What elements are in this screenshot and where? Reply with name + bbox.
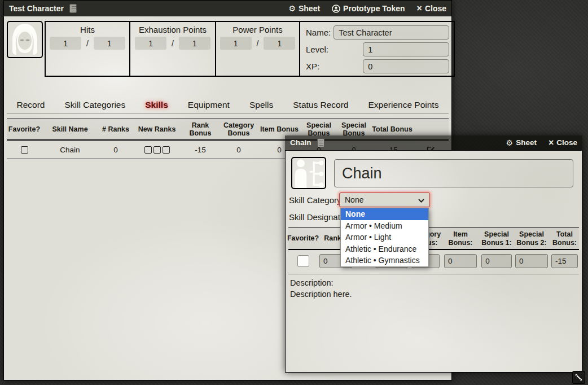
tab-skills[interactable]: Skills — [145, 100, 168, 110]
tab-equipment[interactable]: Equipment — [188, 100, 230, 110]
hits-label: Hits — [46, 25, 129, 34]
character-portrait[interactable] — [7, 21, 43, 58]
document-icon — [317, 138, 324, 147]
exhaustion-current-input[interactable] — [135, 37, 166, 50]
name-label: Name: — [306, 28, 331, 37]
new-rank-checkbox-1[interactable] — [144, 146, 152, 154]
close-icon: × — [548, 138, 554, 147]
resize-arrow-icon — [574, 373, 583, 382]
sheet-config-button[interactable]: ⚙ Sheet — [506, 139, 537, 147]
skill-name-input[interactable] — [334, 159, 573, 187]
hits-current-input[interactable] — [50, 37, 81, 50]
window-title: Test Character — [9, 5, 64, 12]
close-button[interactable]: × Close — [548, 138, 577, 147]
power-current-input[interactable] — [220, 37, 252, 50]
dropdown-option-none[interactable]: None — [341, 208, 428, 220]
description-label: Description: — [290, 278, 334, 287]
resize-handle[interactable] — [572, 371, 585, 384]
gear-icon: ⚙ — [288, 5, 296, 12]
skill-item-portrait[interactable] — [291, 157, 326, 189]
skill-item-titlebar[interactable]: Chain ⚙ Sheet × Close — [285, 135, 582, 150]
dropdown-option-athletic-gymnastics[interactable]: Athletic • Gymnastics — [341, 255, 428, 266]
close-button[interactable]: × Close — [417, 4, 446, 13]
header-stats-row: Hits / Exhaustion Points / — [7, 21, 449, 77]
skill-item-body: Skill Category None Skill Designation Fa… — [285, 150, 582, 373]
mystery-man-icon — [9, 23, 41, 56]
identity-box: Name: Level: XP: — [300, 22, 454, 76]
power-separator: / — [257, 39, 259, 48]
item-bonus-input[interactable] — [444, 254, 477, 268]
power-points-label: Power Points — [216, 25, 299, 34]
exhaustion-box: Exhaustion Points / — [130, 22, 216, 76]
skill-tree-icon — [293, 159, 324, 188]
selected-option: None — [345, 195, 363, 204]
dropdown-option-armor-light[interactable]: Armor • Light — [341, 231, 428, 243]
stat-boxes: Hits / Exhaustion Points / — [45, 21, 455, 77]
skill-category-dropdown: None Armor • Medium Armor • Light Athlet… — [340, 208, 429, 267]
new-rank-checkbox-3[interactable] — [163, 146, 170, 154]
desktop-background: { "main_window": { "title": "Test Charac… — [0, 0, 588, 385]
special-bonus-2-input[interactable] — [515, 254, 548, 268]
new-ranks-boxes — [144, 146, 170, 154]
hits-box: Hits / — [46, 22, 130, 76]
level-label: Level: — [306, 45, 328, 54]
total-bonus-input[interactable] — [551, 254, 578, 268]
favorite-checkbox[interactable] — [21, 146, 28, 154]
rank-bonus-value: -15 — [195, 146, 206, 154]
exhaustion-label: Exhaustion Points — [130, 25, 215, 34]
exhaustion-separator: / — [172, 39, 174, 48]
skill-item-window: Chain ⚙ Sheet × Close — [285, 135, 582, 373]
new-rank-checkbox-2[interactable] — [153, 146, 161, 154]
hits-separator: / — [86, 39, 89, 48]
dropdown-option-armor-medium[interactable]: Armor • Medium — [341, 220, 428, 232]
character-sheet-titlebar[interactable]: Test Character ⚙ Sheet Prototype Token ×… — [4, 1, 451, 16]
power-points-box: Power Points / — [216, 22, 300, 76]
document-icon — [69, 4, 77, 13]
skill-category-select[interactable]: None — [339, 193, 430, 207]
level-input[interactable] — [363, 42, 449, 56]
close-icon: × — [417, 4, 422, 13]
exhaustion-max-input[interactable] — [179, 37, 210, 50]
tab-status-record[interactable]: Status Record — [293, 100, 348, 110]
gear-icon: ⚙ — [506, 139, 514, 147]
chevron-down-icon — [418, 195, 424, 204]
dropdown-option-athletic-endurance[interactable]: Athletic • Endurance — [341, 243, 428, 255]
item-table-header: Favorite? Ranks: New Ranks: Rank Bonus: … — [288, 228, 579, 250]
skill-category-label: Skill Category — [289, 195, 341, 205]
tab-spells[interactable]: Spells — [249, 100, 273, 110]
prototype-token-button[interactable]: Prototype Token — [332, 5, 405, 13]
name-input[interactable] — [334, 25, 449, 40]
hits-max-input[interactable] — [94, 37, 125, 50]
special-bonus-1-input[interactable] — [481, 254, 511, 268]
power-max-input[interactable] — [264, 37, 295, 50]
tab-record[interactable]: Record — [17, 100, 45, 110]
favorite-checkbox[interactable] — [297, 255, 309, 267]
item-bonus-value: 0 — [277, 146, 282, 154]
tab-experience-points[interactable]: Experience Points — [368, 100, 439, 110]
description-text: Description here. — [290, 290, 352, 299]
xp-label: XP: — [306, 62, 319, 71]
user-circle-icon — [332, 5, 340, 13]
tab-skill-categories[interactable]: Skill Categories — [65, 100, 126, 110]
divider — [288, 274, 579, 274]
sheet-tabs: Record Skill Categories Skills Equipment… — [7, 97, 449, 114]
xp-input[interactable] — [363, 59, 449, 73]
item-bonus-row — [288, 250, 579, 272]
skill-name: Chain — [60, 146, 80, 154]
category-bonus-value: 0 — [236, 146, 241, 154]
ranks-value: 0 — [113, 146, 118, 154]
window-title: Chain — [290, 139, 311, 147]
sheet-config-button[interactable]: ⚙ Sheet — [288, 5, 320, 12]
